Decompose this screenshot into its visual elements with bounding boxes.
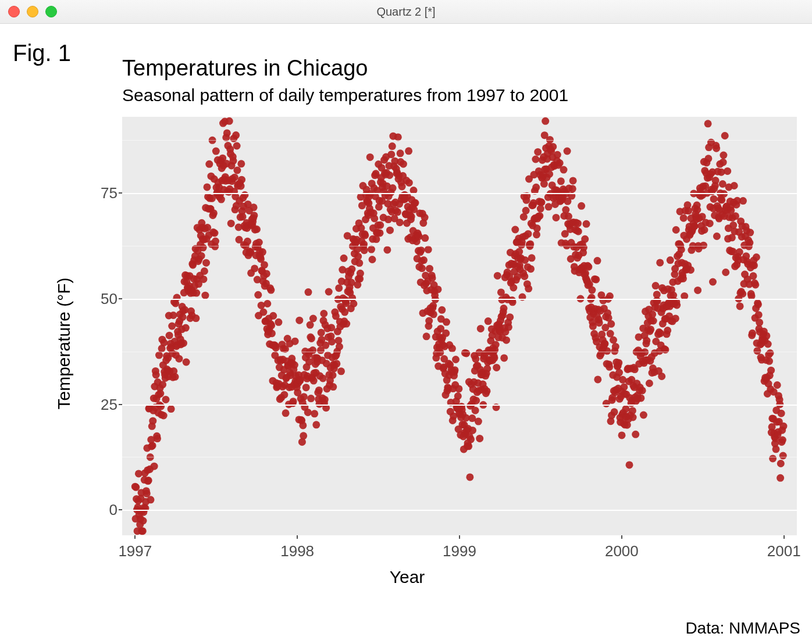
data-point	[557, 177, 565, 185]
gridline-horizontal-minor	[122, 457, 797, 457]
data-point	[201, 267, 208, 275]
x-tick-mark	[621, 535, 622, 539]
data-point	[466, 473, 473, 481]
data-point	[204, 183, 211, 191]
data-point	[325, 288, 333, 296]
data-point	[476, 435, 483, 442]
data-point	[736, 302, 744, 310]
data-point	[418, 246, 425, 254]
data-point	[275, 319, 282, 326]
plot-canvas: Fig. 1 Temperatures in Chicago Seasonal …	[0, 24, 812, 644]
gridline-vertical-minor	[540, 538, 541, 538]
data-point	[503, 337, 510, 344]
data-point	[309, 346, 316, 354]
minimize-icon[interactable]	[27, 6, 38, 17]
data-point	[425, 317, 433, 325]
gridline-vertical-minor	[379, 538, 379, 538]
data-point	[154, 435, 161, 442]
data-point	[233, 167, 241, 174]
data-point	[132, 484, 140, 491]
data-point	[405, 179, 413, 187]
data-point	[218, 196, 225, 203]
data-point	[232, 131, 240, 139]
data-point	[421, 214, 429, 221]
data-point	[537, 199, 545, 206]
data-point	[492, 341, 500, 349]
x-tick-label: 2000	[605, 542, 639, 560]
data-point	[212, 238, 219, 245]
data-point	[594, 257, 601, 264]
data-point	[685, 207, 692, 214]
data-point	[650, 317, 657, 325]
data-point	[321, 396, 329, 403]
data-point	[311, 410, 318, 417]
data-point	[198, 252, 205, 260]
data-point	[722, 269, 729, 276]
data-point	[172, 373, 179, 381]
data-point	[200, 276, 207, 283]
data-point	[396, 219, 404, 226]
data-point	[477, 325, 485, 332]
data-point	[371, 214, 378, 222]
data-point	[640, 412, 647, 419]
data-point	[259, 248, 266, 256]
data-point	[656, 259, 664, 266]
data-point	[750, 262, 758, 269]
data-point	[510, 284, 517, 292]
data-point	[329, 371, 337, 379]
data-point	[251, 264, 258, 272]
data-point	[255, 239, 263, 246]
data-point	[592, 276, 600, 283]
data-point	[469, 427, 476, 434]
data-point	[694, 287, 701, 294]
data-point	[720, 159, 727, 166]
data-point	[521, 273, 528, 280]
y-axis-label: Temperature (°F)	[54, 277, 74, 409]
data-point	[588, 294, 596, 302]
data-point	[564, 148, 571, 155]
data-point	[560, 166, 568, 174]
data-point	[309, 315, 317, 323]
data-point	[522, 207, 530, 214]
data-point	[250, 203, 258, 211]
data-point	[155, 352, 163, 359]
x-tick-mark	[134, 535, 136, 539]
data-point	[454, 392, 462, 400]
data-point	[400, 160, 407, 168]
data-point	[140, 517, 147, 525]
data-point	[226, 117, 233, 125]
data-point	[452, 356, 460, 363]
data-point	[724, 167, 731, 175]
data-point	[629, 414, 637, 421]
data-point	[581, 235, 589, 243]
x-tick-label: 1998	[280, 542, 314, 560]
data-point	[739, 290, 746, 298]
data-point	[423, 332, 430, 340]
data-point	[709, 278, 717, 286]
data-point	[765, 357, 773, 365]
data-point	[329, 383, 337, 391]
data-point	[376, 221, 384, 229]
zoom-icon[interactable]	[45, 6, 57, 17]
data-point	[753, 253, 760, 261]
data-point	[578, 202, 585, 210]
data-point	[521, 256, 529, 264]
data-point	[483, 387, 491, 395]
data-point	[525, 230, 532, 238]
data-point	[173, 294, 181, 302]
close-icon[interactable]	[8, 6, 20, 17]
data-point	[405, 147, 412, 155]
data-point	[202, 259, 210, 267]
data-point	[542, 117, 549, 125]
data-point	[310, 377, 318, 385]
data-point	[612, 343, 619, 350]
data-point	[336, 343, 343, 350]
data-point	[525, 285, 532, 292]
chart-subtitle: Seasonal pattern of daily temperatures f…	[122, 85, 568, 105]
window-titlebar: Quartz 2 [*]	[0, 0, 812, 24]
data-point	[752, 281, 759, 288]
gridline-horizontal-minor	[122, 140, 797, 141]
data-point	[763, 332, 770, 339]
data-point	[263, 270, 270, 277]
chart-title: Temperatures in Chicago	[122, 56, 368, 81]
